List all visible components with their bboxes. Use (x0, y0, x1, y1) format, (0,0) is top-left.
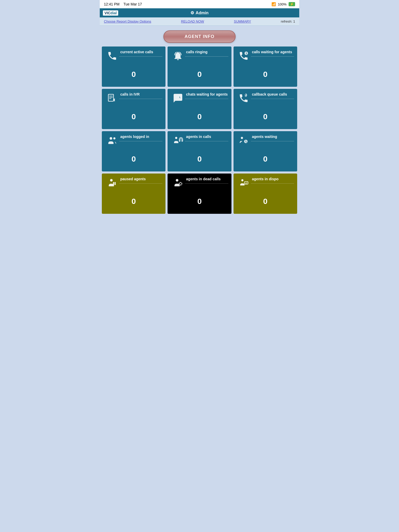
choose-report-link[interactable]: Choose Report Display Options (104, 19, 151, 23)
date: Tue Mar 17 (123, 2, 142, 6)
card-title-agents-logged-in: agents logged in (119, 134, 162, 139)
grid-row-1: current active calls 0 calls ringing (102, 46, 297, 87)
card-value-callback-queue: 0 (237, 107, 294, 126)
svg-point-7 (113, 137, 115, 139)
card-value-current-active-calls: 0 (105, 65, 162, 84)
header-bar: VICdial ⚙ Admin (100, 8, 299, 17)
card-callback-queue: callback queue calls 0 (234, 89, 297, 129)
battery-percent: 100% (278, 2, 287, 6)
agent-info-container: AGENT INFO (100, 26, 299, 46)
phone-clock-icon (237, 50, 251, 61)
card-title-paused-agents: paused agents (119, 177, 162, 181)
wifi-icon: 📶 (271, 2, 276, 6)
agent-pause-icon (105, 177, 119, 188)
agent-info-button[interactable]: AGENT INFO (163, 30, 236, 43)
time: 12:41 PM (104, 2, 119, 6)
svg-point-18 (241, 179, 243, 181)
card-title-agents-waiting: agents waiting (251, 134, 294, 139)
logo-dial: dial (110, 11, 117, 15)
card-value-agents-waiting: 0 (237, 149, 294, 168)
agent-dead-icon (171, 177, 185, 188)
card-title-current-active-calls: current active calls (119, 50, 162, 54)
card-title-callback-queue: callback queue calls (251, 92, 294, 97)
card-title-agents-in-dispo: agents in dispo (251, 177, 294, 181)
agents-dispo-icon (237, 177, 251, 188)
card-chats-waiting: chats waiting for agents 0 (168, 89, 231, 129)
card-value-calls-in-ivr: 0 (105, 107, 162, 126)
status-time-date: 12:41 PM Tue Mar 17 (104, 2, 142, 6)
svg-point-11 (110, 179, 112, 182)
svg-point-14 (176, 179, 178, 182)
card-title-calls-waiting: calls waiting for agents (251, 50, 294, 54)
svg-rect-1 (108, 94, 114, 101)
card-value-calls-ringing: 0 (171, 65, 228, 84)
card-value-agents-in-calls: 0 (171, 149, 228, 168)
agents-clock-icon (237, 134, 251, 146)
reload-now-link[interactable]: RELOAD NOW (181, 19, 204, 23)
card-value-agents-in-dispo: 0 (237, 192, 294, 211)
battery-icon: ⚡ (289, 2, 295, 6)
grid-row-4: paused agents 0 agents in dead (102, 174, 297, 214)
chat-clock-icon (171, 92, 185, 103)
card-current-active-calls: current active calls 0 (102, 46, 165, 87)
dashboard: current active calls 0 calls ringing (100, 46, 299, 221)
card-value-agents-dead-calls: 0 (171, 192, 228, 211)
svg-point-6 (110, 137, 112, 140)
nav-bar: Choose Report Display Options RELOAD NOW… (100, 17, 299, 26)
svg-point-8 (175, 137, 177, 139)
card-calls-in-ivr: calls in IVR 0 (102, 89, 165, 129)
card-calls-ringing: calls ringing 0 (168, 46, 231, 87)
card-agents-dead-calls: agents in dead calls 0 (168, 174, 231, 214)
ivr-icon (105, 92, 119, 103)
phone-icon (105, 50, 119, 61)
grid-row-3: agents logged in 0 agents in ca (102, 131, 297, 171)
card-value-calls-waiting: 0 (237, 65, 294, 84)
logo[interactable]: VICdial (103, 10, 118, 16)
svg-rect-12 (113, 182, 114, 185)
callback-icon (237, 92, 251, 103)
bell-icon (171, 50, 185, 61)
admin-label: Admin (196, 11, 209, 15)
card-title-chats-waiting: chats waiting for agents (185, 92, 228, 97)
card-paused-agents: paused agents 0 (102, 174, 165, 214)
header-title: ⚙ Admin (190, 10, 209, 15)
card-value-paused-agents: 0 (105, 192, 162, 211)
svg-rect-13 (115, 182, 116, 185)
card-value-chats-waiting: 0 (171, 107, 228, 126)
refresh-label: refresh: 1 (281, 19, 295, 23)
card-agents-logged-in: agents logged in 0 (102, 131, 165, 171)
status-bar: 12:41 PM Tue Mar 17 📶 100% ⚡ (100, 0, 299, 8)
card-title-agents-in-calls: agents in calls (185, 134, 228, 139)
agents-headset-icon (171, 134, 185, 146)
card-calls-waiting: calls waiting for agents 0 (234, 46, 297, 87)
summary-link[interactable]: SUMMARY (234, 19, 251, 23)
card-agents-in-dispo: agents in dispo 0 (234, 174, 297, 214)
card-agents-waiting: agents waiting 0 (234, 131, 297, 171)
grid-row-2: calls in IVR 0 chats waiting for agents (102, 89, 297, 129)
card-title-agents-dead-calls: agents in dead calls (185, 177, 228, 181)
card-title-calls-ringing: calls ringing (185, 50, 228, 54)
svg-point-9 (241, 137, 243, 139)
agents-icon (105, 134, 119, 146)
card-title-calls-in-ivr: calls in IVR (119, 92, 162, 97)
card-agents-in-calls: agents in calls 0 (168, 131, 231, 171)
gear-icon: ⚙ (190, 10, 194, 15)
logo-vic: VIC (104, 11, 110, 15)
card-value-agents-logged-in: 0 (105, 149, 162, 168)
status-icons: 📶 100% ⚡ (271, 2, 295, 6)
